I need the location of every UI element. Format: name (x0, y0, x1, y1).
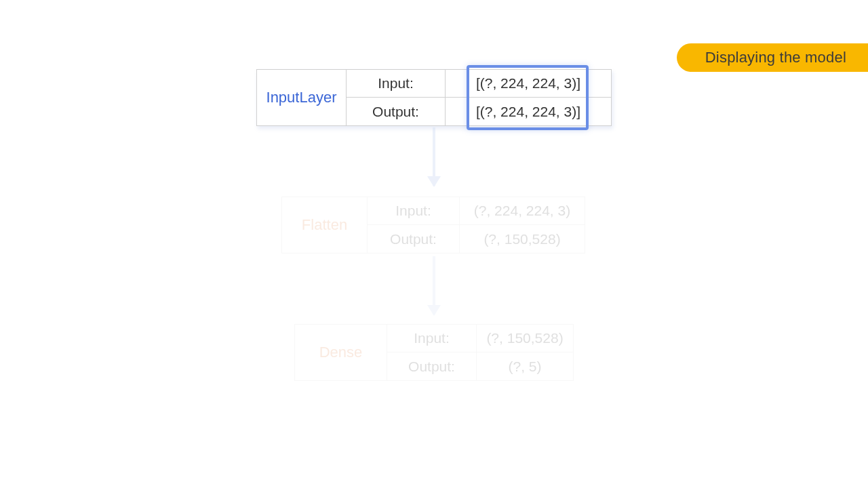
layer-dense: Dense Input: (?, 150,528) Output: (?, 5) (294, 324, 574, 381)
layer-flatten: Flatten Input: (?, 224, 224, 3) Output: … (281, 197, 585, 253)
layer-grid: Input: [(?, 224, 224, 3)] Output: [(?, 2… (347, 70, 611, 125)
output-value: [(?, 224, 224, 3)] (446, 98, 611, 125)
input-value: (?, 224, 224, 3) (460, 197, 585, 225)
title-text: Displaying the model (705, 49, 846, 66)
input-label: Input: (347, 70, 446, 98)
layer-inputlayer: InputLayer Input: [(?, 224, 224, 3)] Out… (256, 69, 612, 126)
output-value: (?, 5) (477, 352, 573, 380)
diagram-stage: Displaying the model InputLayer Input: [… (0, 0, 868, 488)
output-label: Output: (347, 98, 446, 125)
layer-name: InputLayer (257, 70, 347, 125)
layer-grid: Input: (?, 150,528) Output: (?, 5) (387, 325, 573, 380)
output-label: Output: (368, 225, 460, 253)
title-pill: Displaying the model (677, 43, 868, 72)
output-value: (?, 150,528) (460, 225, 585, 253)
input-label: Input: (387, 325, 477, 352)
layer-grid: Input: (?, 224, 224, 3) Output: (?, 150,… (368, 197, 585, 253)
layer-name: Dense (295, 325, 387, 380)
arrow-2 (433, 256, 435, 314)
arrow-1 (433, 127, 435, 186)
output-label: Output: (387, 352, 477, 380)
layer-name: Flatten (282, 197, 368, 253)
input-value: [(?, 224, 224, 3)] (446, 70, 611, 98)
input-label: Input: (368, 197, 460, 225)
input-value: (?, 150,528) (477, 325, 573, 352)
